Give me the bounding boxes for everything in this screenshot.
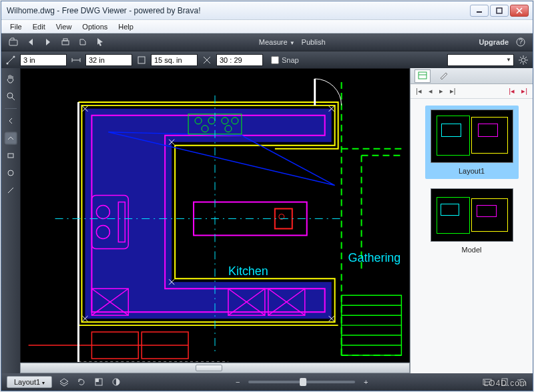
toolbar-measure: Snap ▼ <box>1 51 533 68</box>
zoom-knob[interactable] <box>300 378 306 386</box>
menu-view[interactable]: View <box>51 21 77 32</box>
app-window: Wilhome.dwg - Free DWG Viewer - powered … <box>1 1 533 391</box>
svg-line-26 <box>525 62 527 63</box>
thumb-bm-prev-icon[interactable]: |◂ <box>509 87 515 95</box>
zoom-slider-group: − + <box>128 377 475 387</box>
help-icon[interactable]: ? <box>515 37 526 47</box>
zoom-in-icon[interactable]: + <box>360 377 371 387</box>
svg-rect-17 <box>138 57 145 63</box>
thumb-model[interactable]: Model <box>417 188 526 254</box>
dropdown-caret-icon: ▼ <box>506 57 511 63</box>
drawing-canvas[interactable]: Kitchen Gathering <box>20 68 410 363</box>
panel-tabs <box>411 68 533 84</box>
svg-point-29 <box>7 93 13 98</box>
svg-rect-86 <box>95 379 99 382</box>
window-controls <box>470 5 529 17</box>
thumb-bm-next-icon[interactable]: ▸| <box>521 87 527 95</box>
thumb-last-icon[interactable]: ▸| <box>450 87 456 95</box>
menu-options[interactable]: Options <box>77 21 112 32</box>
status-layers-icon[interactable] <box>59 377 69 387</box>
menu-file[interactable]: File <box>5 21 27 32</box>
shape-line-tool[interactable] <box>4 184 17 197</box>
status-fitpage-icon[interactable] <box>499 377 510 387</box>
svg-line-33 <box>8 188 13 193</box>
snap-checkbox[interactable] <box>271 56 279 64</box>
maximize-button[interactable] <box>490 5 509 17</box>
toolbar-primary: Measure ▼ Publish Upgrade ? <box>1 33 533 51</box>
pointer-icon[interactable] <box>95 37 105 47</box>
panel-tab-layouts[interactable] <box>415 69 431 83</box>
shape-circle-tool[interactable] <box>4 166 17 180</box>
upgrade-link[interactable]: Upgrade <box>479 38 509 46</box>
status-fitwidth-icon[interactable] <box>482 377 493 387</box>
menu-edit[interactable]: Edit <box>28 21 50 32</box>
separator <box>5 108 17 109</box>
zoom-slider[interactable] <box>248 381 355 383</box>
svg-point-32 <box>8 170 13 176</box>
measure-field-3[interactable] <box>151 54 198 66</box>
svg-rect-1 <box>497 8 502 13</box>
svg-line-25 <box>520 57 521 58</box>
svg-rect-90 <box>502 379 507 385</box>
svg-marker-5 <box>29 39 33 45</box>
svg-point-12 <box>7 62 9 64</box>
menu-help[interactable]: Help <box>113 21 138 32</box>
svg-text:?: ? <box>519 37 523 45</box>
open-icon[interactable] <box>8 37 19 47</box>
canvas-wrap: Kitchen Gathering <box>20 68 410 373</box>
horizontal-scrollbar[interactable] <box>20 363 410 373</box>
minimize-button[interactable] <box>470 5 489 17</box>
svg-rect-8 <box>63 39 67 41</box>
publish-menu[interactable]: Publish <box>302 38 326 46</box>
measure-menu[interactable]: Measure ▼ <box>259 38 295 46</box>
dropdown-caret-icon: ▼ <box>290 40 295 46</box>
scrollbar-thumb[interactable] <box>196 365 222 371</box>
window-title: Wilhome.dwg - Free DWG Viewer - powered … <box>7 6 470 15</box>
svg-rect-7 <box>62 41 69 45</box>
status-mono-icon[interactable] <box>111 377 121 387</box>
measure-horiz-icon[interactable] <box>71 55 81 65</box>
next-icon[interactable] <box>43 37 53 47</box>
panel-tab-markups[interactable] <box>436 69 452 83</box>
titlebar: Wilhome.dwg - Free DWG Viewer - powered … <box>1 1 533 20</box>
status-color-icon[interactable] <box>93 377 104 387</box>
status-refresh-icon[interactable] <box>76 377 87 387</box>
thumb-prev-icon[interactable]: ◂ <box>429 87 433 95</box>
status-rotate-icon[interactable] <box>517 377 527 387</box>
measure-line-icon[interactable] <box>5 55 16 65</box>
measure-field-2[interactable] <box>85 54 132 66</box>
thumb-nav: |◂ ◂ ▸ ▸| |◂ ▸| <box>411 84 533 99</box>
label-gathering: Gathering <box>348 251 401 264</box>
thumb-caption: Model <box>417 246 526 254</box>
measure-field-1[interactable] <box>20 54 67 66</box>
scale-combo[interactable]: ▼ <box>447 54 514 66</box>
prev-icon[interactable] <box>25 37 36 47</box>
export-icon[interactable] <box>77 37 88 47</box>
nav-left-tool[interactable] <box>4 114 17 128</box>
dropdown-caret-icon: ▾ <box>42 380 45 386</box>
measure-field-4[interactable] <box>216 54 263 66</box>
thumb-next-icon[interactable]: ▸ <box>439 87 443 95</box>
left-toolbar <box>1 68 20 373</box>
nav-up-tool[interactable] <box>4 132 17 145</box>
pan-tool[interactable] <box>4 72 17 85</box>
zoom-tool[interactable] <box>4 89 17 103</box>
snap-label: Snap <box>282 56 299 64</box>
thumbs-container: Layout1 Model <box>411 99 533 373</box>
measure-area-icon[interactable] <box>136 55 147 65</box>
svg-rect-31 <box>8 154 13 158</box>
shape-rect-tool[interactable] <box>4 149 17 162</box>
svg-line-28 <box>520 62 521 63</box>
workspace: Kitchen Gathering <box>1 68 533 373</box>
zoom-out-icon[interactable]: − <box>232 377 243 387</box>
layout-tab-button[interactable]: Layout1 ▾ <box>7 376 52 388</box>
measure-count-icon[interactable] <box>202 55 212 65</box>
thumb-layout1[interactable]: Layout1 <box>425 106 519 179</box>
print-icon[interactable] <box>60 37 71 47</box>
gear-icon[interactable] <box>518 55 529 65</box>
thumb-first-icon[interactable]: |◂ <box>416 87 422 95</box>
svg-marker-6 <box>46 39 50 45</box>
svg-point-20 <box>521 58 525 62</box>
close-button[interactable] <box>510 5 529 17</box>
menubar: File Edit View Options Help <box>1 20 533 33</box>
